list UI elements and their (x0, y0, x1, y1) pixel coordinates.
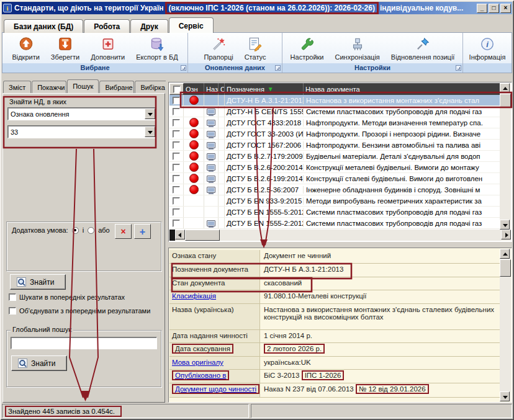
row-checkbox[interactable] (173, 208, 180, 216)
table-header: Озн Наз С Позначення▼ Назва документа (169, 83, 500, 95)
scroll-right-button[interactable] (501, 230, 511, 239)
table-row[interactable]: ДСТУ ГОСТ 1567:2006 (И Нафтопродукти. Бе… (169, 140, 500, 151)
sidebar-tab-selection[interactable]: Вибірка (135, 81, 166, 93)
open-button[interactable]: Відкрити (6, 35, 45, 61)
restore-position-button[interactable]: Відновлення позиції (386, 35, 461, 61)
scroll-down-button[interactable] (500, 220, 510, 230)
remove-condition-button[interactable]: × (115, 224, 132, 239)
column-header-title[interactable]: Назва документа (304, 83, 500, 95)
table-vertical-scrollbar[interactable] (500, 83, 511, 230)
table-row[interactable]: ДСТУ Б EN 933-9:2015 Методи випробувань … (169, 195, 500, 207)
tab-service[interactable]: Сервіс (169, 17, 214, 33)
scrollbar-thumb[interactable] (500, 259, 511, 277)
group-launcher-icon[interactable] (275, 65, 281, 71)
column-header-s[interactable]: С (219, 83, 225, 95)
computer-icon (207, 153, 215, 159)
checkbox-icon[interactable] (9, 307, 16, 315)
row-checkbox[interactable] (173, 197, 180, 205)
tab-print[interactable]: Друк (130, 19, 168, 33)
classification-link[interactable]: Класифікація (172, 292, 216, 300)
search-in-previous-checkbox-row[interactable]: Шукати в попередніх результатах (9, 293, 164, 301)
row-checkbox[interactable] (173, 130, 180, 138)
select-all-header-cell[interactable] (169, 83, 184, 95)
search-value-combobox[interactable]: 33 (7, 125, 156, 138)
checkbox-icon[interactable] (9, 293, 16, 301)
row-checkbox[interactable] (173, 97, 180, 104)
table-row[interactable]: ДСТУ-Н Б CEN/TS 1555-7 Системи пластмасо… (169, 106, 500, 117)
sidebar-tab-index[interactable]: Покажчи (32, 81, 66, 93)
table-row[interactable]: ДСТУ Б В.2.7-179:2009 Будівельні матеріа… (169, 151, 500, 162)
details-vertical-scrollbar[interactable] (500, 249, 511, 401)
maximize-button[interactable]: □ (489, 4, 499, 13)
column-header-pc[interactable]: Наз (204, 83, 219, 95)
row-checkbox[interactable] (173, 141, 180, 149)
column-header-designation[interactable]: Позначення▼ (225, 83, 304, 95)
global-search-input[interactable] (11, 337, 157, 349)
radio-or[interactable] (88, 227, 94, 234)
sidebar-tab-contents[interactable]: Зміст (3, 81, 31, 93)
table-row[interactable]: ДСТУ ГОСТ 4333:2018 (ГС Нафтопродукти. М… (169, 117, 500, 128)
published-in-link[interactable]: Опубліковано в (175, 372, 226, 379)
table-row[interactable]: ДСТУ Б EN 1555-2:2012 Системи пластмасов… (169, 218, 500, 229)
magic-wand-icon (210, 36, 227, 52)
table-row[interactable]: ДСТУ-Н Б А.3.1-21:2013 Настанова з викор… (169, 95, 500, 106)
row-checkbox[interactable] (173, 186, 180, 194)
table-horizontal-scrollbar[interactable] (169, 230, 511, 241)
tab-databases[interactable]: Бази даних (БД) (4, 19, 83, 33)
row-checkbox[interactable] (173, 164, 180, 171)
flags-button[interactable]: Прапорці (199, 35, 239, 61)
find-button[interactable]: Знайти (10, 274, 66, 290)
close-button[interactable]: × (500, 4, 511, 13)
table-row[interactable]: ДСТУ Б В.2.6-200:2014 Конструкції метале… (169, 162, 500, 173)
row-checkbox[interactable] (173, 175, 180, 182)
sidebar-tab-search[interactable]: Пошук (67, 79, 99, 93)
splitter-handle[interactable] (169, 230, 175, 241)
status-bar: Знайдено 445 записів за 0.454с. (2, 404, 512, 418)
scroll-down-button[interactable] (500, 391, 510, 401)
table-row[interactable]: ДСТУ Б В.2.6-199:2014 Конструкції сталев… (169, 173, 500, 184)
minimize-button[interactable]: _ (477, 4, 487, 13)
export-db-icon (149, 36, 165, 52)
save-button[interactable]: Зберегти (45, 35, 85, 61)
tab-work[interactable]: Робота (84, 19, 130, 33)
scroll-left-button[interactable] (175, 230, 185, 239)
checkbox-icon[interactable] (173, 86, 181, 93)
detail-value: Настанова з використання монтажних з'єдн… (260, 304, 500, 329)
documents-table: Озн Наз С Позначення▼ Назва документа ДС… (168, 82, 512, 242)
scroll-up-button[interactable] (500, 249, 510, 259)
validity-document-link[interactable]: Документ щодо чинності (175, 385, 256, 393)
information-button[interactable]: i Інформація (464, 35, 512, 61)
group-launcher-icon[interactable] (456, 65, 461, 71)
merge-with-previous-checkbox-row[interactable]: Об'єднувати з попередніми результатами (9, 307, 164, 315)
sidebar-tab-favorites[interactable]: Вибране (99, 81, 134, 93)
search-field-combobox[interactable]: Ознака оновлення (7, 107, 156, 120)
row-checkbox[interactable] (173, 153, 180, 160)
scrollbar-thumb[interactable] (185, 230, 220, 241)
table-row[interactable]: ДСТУ Б EN 1555-5:2012 Системи пластмасов… (169, 207, 500, 218)
detail-row: Назва (українська) Настанова з використа… (169, 304, 500, 330)
status-button[interactable]: Статус (239, 35, 272, 61)
append-button[interactable]: Доповнити (85, 35, 130, 61)
table-row[interactable]: ДСТУ Б В.2.5-36:2007 Інженерне обладнанн… (169, 184, 500, 195)
radio-and[interactable] (72, 227, 79, 234)
table-row[interactable]: ДСТУ ГОСТ 33-2003 (ИСС Нафтопродукти. Пр… (169, 128, 500, 140)
group-launcher-icon[interactable] (181, 65, 186, 71)
global-find-button[interactable]: Знайти (11, 355, 67, 371)
row-checkbox[interactable] (173, 220, 180, 227)
computer-icon (207, 131, 215, 137)
computer-icon (207, 187, 215, 193)
search-icon (17, 277, 26, 287)
column-header-flag[interactable]: Озн (184, 83, 204, 95)
row-checkbox[interactable] (173, 108, 180, 115)
scrollbar-thumb[interactable] (500, 94, 511, 107)
chevron-down-icon[interactable] (145, 127, 155, 137)
scroll-up-button[interactable] (500, 83, 510, 93)
chevron-down-icon[interactable] (145, 109, 155, 119)
sync-button[interactable]: Синхронізація (330, 35, 386, 61)
export-db-button[interactable]: Експорт в БД (130, 35, 183, 61)
add-condition-button[interactable]: + (134, 224, 151, 239)
original-language-link[interactable]: Мова оригіналу (172, 359, 223, 366)
settings-button[interactable]: Настройки (285, 35, 330, 61)
computer-icon (207, 164, 215, 171)
row-checkbox[interactable] (173, 119, 180, 127)
